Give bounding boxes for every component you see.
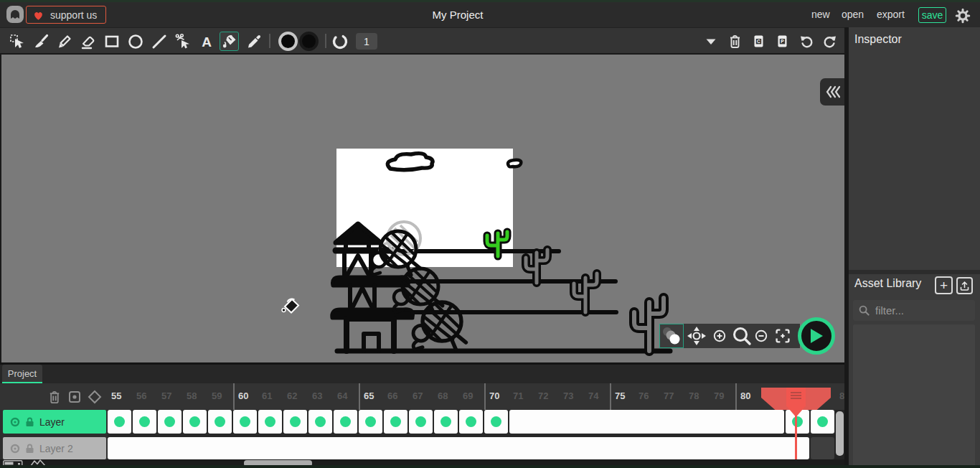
upload-icon xyxy=(960,281,969,291)
ruler-frame-55[interactable]: 55 xyxy=(108,383,133,410)
onion-skin-toggle[interactable] xyxy=(659,324,684,348)
ruler-frame-63[interactable]: 63 xyxy=(308,383,334,410)
keyframe-cell-66[interactable] xyxy=(384,410,407,434)
ruler-frame-56[interactable]: 56 xyxy=(133,383,158,410)
upload-asset-button[interactable] xyxy=(956,277,973,294)
tool-text[interactable]: A xyxy=(197,32,216,51)
layer-visibility-icon[interactable] xyxy=(10,417,20,427)
redo-button[interactable] xyxy=(820,32,839,51)
ruler-frame-65[interactable]: 65 xyxy=(359,383,384,410)
add-tween-button[interactable] xyxy=(86,388,103,406)
ruler-frame-80[interactable]: 80 xyxy=(735,383,760,410)
ruler-frame-74[interactable]: 74 xyxy=(585,383,610,410)
asset-filter-input[interactable]: filter... xyxy=(853,300,975,321)
keyframe-cell-62[interactable] xyxy=(283,410,307,434)
tool-brush[interactable] xyxy=(31,32,50,51)
ruler-frame-77[interactable]: 77 xyxy=(660,383,685,410)
tab-project[interactable]: Project xyxy=(2,365,42,383)
support-us-button[interactable]: support us xyxy=(26,6,106,24)
ruler-frame-84[interactable]: 84 xyxy=(836,383,844,410)
layer-lock-icon[interactable] xyxy=(25,417,34,427)
extended-frame[interactable] xyxy=(509,410,784,434)
keyframe-cell-55[interactable] xyxy=(108,410,131,434)
menu-open[interactable]: open xyxy=(842,9,864,20)
ruler-frame-69[interactable]: 69 xyxy=(459,383,484,410)
layer-visibility-icon[interactable] xyxy=(10,444,20,454)
canvas-area[interactable] xyxy=(0,53,844,362)
ruler-frame-78[interactable]: 78 xyxy=(685,383,710,410)
collapse-inspector-button[interactable] xyxy=(820,78,846,106)
ruler-frame-68[interactable]: 68 xyxy=(434,383,459,410)
ruler-frame-59[interactable]: 59 xyxy=(208,383,233,410)
ruler-frame-61[interactable]: 61 xyxy=(258,383,283,410)
keyframe-cell-69[interactable] xyxy=(459,410,483,434)
fit-screen-button[interactable] xyxy=(772,324,793,348)
keyframe-cell-57[interactable] xyxy=(158,410,182,434)
undo-button[interactable] xyxy=(796,32,816,51)
settings-gear-icon[interactable] xyxy=(955,8,971,24)
canvas-drawing[interactable] xyxy=(1,55,846,364)
tool-eyedropper[interactable] xyxy=(244,32,263,51)
keyframe-cell-60[interactable] xyxy=(233,410,257,434)
fill-color-swatch[interactable] xyxy=(278,32,298,51)
ruler-frame-75[interactable]: 75 xyxy=(610,383,635,410)
wick-editor-app: support us My Project new open export sa… xyxy=(0,0,980,468)
stroke-width-input[interactable]: 1 xyxy=(356,33,377,50)
play-button[interactable] xyxy=(798,317,835,355)
app-logo-icon[interactable] xyxy=(6,5,24,24)
keyframe-cell-68[interactable] xyxy=(434,410,458,434)
layer-row-1[interactable]: Layer xyxy=(3,410,106,434)
ruler-frame-76[interactable]: 76 xyxy=(635,383,660,410)
tool-path-cursor[interactable] xyxy=(173,32,192,51)
delete-frame-button[interactable] xyxy=(46,388,63,406)
empty-frame-slot[interactable] xyxy=(811,437,834,459)
save-button[interactable]: save xyxy=(918,7,946,23)
keyframe-cell-65[interactable] xyxy=(359,410,382,434)
add-frame-button[interactable] xyxy=(66,388,83,406)
tool-ellipse[interactable] xyxy=(126,32,145,51)
zoom-in-button[interactable] xyxy=(709,324,730,348)
tool-pencil[interactable] xyxy=(55,32,74,51)
tool-cursor[interactable] xyxy=(7,32,27,51)
layer-row-2[interactable]: Layer 2 xyxy=(3,437,106,459)
ruler-frame-66[interactable]: 66 xyxy=(384,383,409,410)
ruler-frame-67[interactable]: 67 xyxy=(409,383,434,410)
ruler-frame-64[interactable]: 64 xyxy=(334,383,359,410)
extended-frame[interactable] xyxy=(108,437,809,459)
ruler-frame-71[interactable]: 71 xyxy=(509,383,534,410)
keyframe-cell-70[interactable] xyxy=(484,410,508,434)
delete-button[interactable] xyxy=(725,32,745,51)
asset-list[interactable] xyxy=(853,324,975,468)
dropdown-caret-icon[interactable] xyxy=(701,32,720,51)
stroke-color-swatch[interactable] xyxy=(299,32,319,51)
tool-fill-bucket[interactable] xyxy=(220,32,239,51)
keyframe-cell-63[interactable] xyxy=(308,410,332,434)
tool-eraser[interactable] xyxy=(78,32,98,51)
pan-tool-button[interactable] xyxy=(686,324,707,348)
keyframe-cell-83[interactable] xyxy=(811,410,834,434)
ruler-frame-79[interactable]: 79 xyxy=(710,383,735,410)
menu-new[interactable]: new xyxy=(811,9,830,20)
timeline-vscroll-thumb[interactable] xyxy=(836,411,844,456)
tool-rectangle[interactable] xyxy=(102,32,121,51)
tool-line[interactable] xyxy=(149,32,169,51)
layer-lock-icon[interactable] xyxy=(25,444,34,454)
menu-export[interactable]: export xyxy=(877,9,905,20)
paste-button[interactable]: P xyxy=(773,32,792,51)
keyframe-cell-58[interactable] xyxy=(183,410,207,434)
copy-button[interactable]: C xyxy=(749,32,768,51)
ruler-frame-58[interactable]: 58 xyxy=(183,383,208,410)
ruler-frame-62[interactable]: 62 xyxy=(283,383,308,410)
keyframe-cell-64[interactable] xyxy=(334,410,357,434)
keyframe-cell-61[interactable] xyxy=(258,410,282,434)
ruler-frame-70[interactable]: 70 xyxy=(484,383,509,410)
zoom-out-button[interactable] xyxy=(750,324,772,348)
ruler-frame-57[interactable]: 57 xyxy=(158,383,183,410)
ruler-frame-73[interactable]: 73 xyxy=(560,383,585,410)
ruler-frame-60[interactable]: 60 xyxy=(233,383,258,410)
keyframe-cell-67[interactable] xyxy=(409,410,433,434)
keyframe-cell-59[interactable] xyxy=(208,410,232,434)
add-asset-button[interactable]: + xyxy=(935,276,953,294)
ruler-frame-72[interactable]: 72 xyxy=(534,383,560,410)
keyframe-cell-56[interactable] xyxy=(133,410,156,434)
